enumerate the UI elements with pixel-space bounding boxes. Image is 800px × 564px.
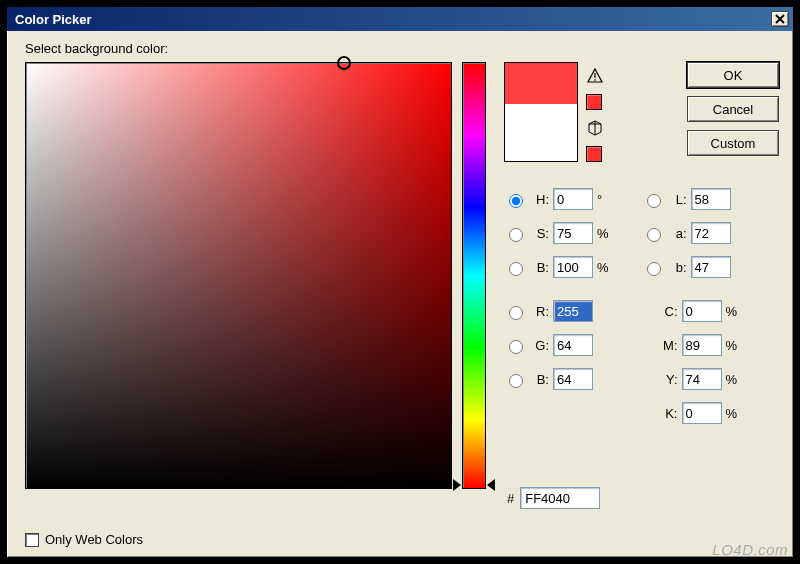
close-icon [775,14,785,24]
preview-old-color[interactable] [505,104,577,161]
input-m[interactable] [682,334,722,356]
gamut-warning-row[interactable] [586,66,604,86]
unit-m: % [726,338,742,353]
color-preview [504,62,578,162]
cube-icon [586,119,604,137]
gamut-swatch[interactable] [586,94,602,110]
radio-s[interactable] [509,228,523,242]
label-c: C: [642,304,678,319]
radio-h[interactable] [509,194,523,208]
hue-slider[interactable] [462,62,486,489]
color-field-cursor[interactable] [337,56,351,70]
cancel-button[interactable]: Cancel [687,96,779,122]
titlebar[interactable]: Color Picker [7,7,793,31]
unit-y: % [726,372,742,387]
input-g[interactable] [553,334,593,356]
input-h[interactable] [553,188,593,210]
unit-c: % [726,304,742,319]
input-b[interactable] [553,368,593,390]
input-lab-b[interactable] [691,256,731,278]
radio-brightness[interactable] [509,262,523,276]
label-g: G: [527,338,549,353]
custom-button[interactable]: Custom [687,130,779,156]
label-brightness: B: [527,260,549,275]
input-k[interactable] [682,402,722,424]
input-hex[interactable] [520,487,600,509]
input-r[interactable] [553,300,593,322]
label-h: H: [527,192,549,207]
input-brightness[interactable] [553,256,593,278]
close-button[interactable] [771,11,789,27]
hue-slider-handle-left[interactable] [453,479,461,491]
websafe-row[interactable] [586,118,604,138]
color-field[interactable] [25,62,452,489]
label-y: Y: [642,372,678,387]
radio-lab-b[interactable] [647,262,661,276]
unit-h: ° [597,192,613,207]
warning-icon [586,67,604,85]
websafe-swatch[interactable] [586,146,602,162]
window-title: Color Picker [15,12,771,27]
input-y[interactable] [682,368,722,390]
checkbox-web-colors[interactable] [25,533,39,547]
heading-label: Select background color: [25,41,779,56]
unit-brightness: % [597,260,613,275]
radio-r[interactable] [509,306,523,320]
unit-k: % [726,406,742,421]
input-a[interactable] [691,222,731,244]
checkbox-web-colors-label: Only Web Colors [45,532,143,547]
hex-prefix: # [507,491,514,506]
label-s: S: [527,226,549,241]
hue-slider-handle-right[interactable] [487,479,495,491]
label-m: M: [642,338,678,353]
radio-l[interactable] [647,194,661,208]
radio-a[interactable] [647,228,661,242]
label-lab-b: b: [665,260,687,275]
input-c[interactable] [682,300,722,322]
label-r: R: [527,304,549,319]
color-picker-dialog: Color Picker Select background color: [6,6,794,558]
radio-b[interactable] [509,374,523,388]
label-l: L: [665,192,687,207]
label-a: a: [665,226,687,241]
input-l[interactable] [691,188,731,210]
input-s[interactable] [553,222,593,244]
label-b: B: [527,372,549,387]
svg-point-1 [594,79,596,81]
radio-g[interactable] [509,340,523,354]
label-k: K: [642,406,678,421]
ok-button[interactable]: OK [687,62,779,88]
unit-s: % [597,226,613,241]
preview-new-color[interactable] [505,63,577,104]
dialog-content: Select background color: [7,31,793,557]
